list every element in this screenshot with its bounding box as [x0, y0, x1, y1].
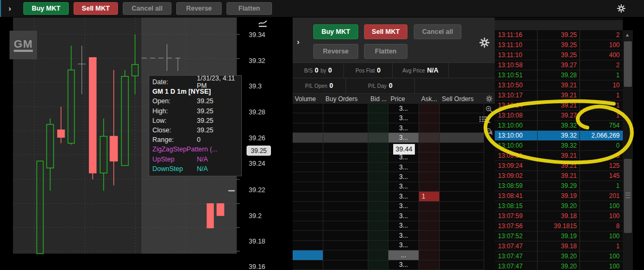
- volume-cell[interactable]: [293, 123, 323, 132]
- tns-row[interactable]: 13:10:5139.281: [495, 70, 623, 80]
- ladder-col-header[interactable]: Sell Orders: [440, 95, 484, 103]
- price-cell[interactable]: 3...: [388, 211, 419, 220]
- buy-orders-cell[interactable]: [323, 260, 368, 269]
- sell-orders-cell[interactable]: [440, 182, 484, 191]
- sell-orders-cell[interactable]: [440, 231, 484, 240]
- price-cell[interactable]: 3...: [388, 104, 419, 113]
- buy-orders-cell[interactable]: [323, 250, 368, 259]
- sell-orders-cell[interactable]: [440, 113, 484, 122]
- buy-orders-cell[interactable]: [323, 211, 368, 220]
- sell-orders-cell[interactable]: [440, 211, 484, 220]
- buy-orders-cell[interactable]: [323, 202, 368, 211]
- price-cell[interactable]: 3...: [388, 123, 419, 132]
- scrollbar-thumb[interactable]: [624, 41, 632, 87]
- sell-orders-cell[interactable]: [440, 152, 484, 161]
- ask-cell[interactable]: [419, 211, 440, 220]
- ladder-row[interactable]: 3...: [293, 113, 484, 123]
- panel-collapse-chevron-icon[interactable]: ›: [297, 38, 300, 46]
- buy-orders-cell[interactable]: [323, 172, 368, 181]
- cancel-all-button[interactable]: Cancel all: [123, 2, 171, 15]
- buy-orders-cell[interactable]: [323, 231, 368, 240]
- tns-row[interactable]: 13:07:4739.20100: [495, 262, 623, 270]
- buy-orders-cell[interactable]: [323, 133, 368, 142]
- volume-cell[interactable]: [293, 192, 323, 201]
- buy-mkt-button[interactable]: Buy MKT: [313, 24, 358, 39]
- zoom-in-icon[interactable]: [485, 105, 493, 113]
- ask-cell[interactable]: [419, 202, 440, 211]
- tns-row-selected[interactable]: 13:10:0039.322,066,269: [495, 131, 623, 141]
- ladder-row[interactable]: 3...: [293, 152, 484, 162]
- price-cell[interactable]: 3...: [388, 182, 419, 191]
- sell-orders-cell[interactable]: [440, 133, 484, 142]
- volume-cell[interactable]: [293, 231, 323, 240]
- bid-cell[interactable]: [368, 260, 388, 269]
- tns-row[interactable]: 13:11:1039.25400: [495, 50, 623, 60]
- tns-row[interactable]: 13:09:0239.21145: [495, 171, 623, 181]
- ask-cell[interactable]: [419, 250, 440, 259]
- bid-cell[interactable]: [368, 104, 388, 113]
- bid-cell[interactable]: [368, 143, 388, 152]
- tns-row[interactable]: 13:10:5839.272: [495, 60, 623, 70]
- tns-row[interactable]: 13:07:4739.20100: [495, 251, 623, 262]
- ladder-row[interactable]: 3...: [293, 221, 484, 231]
- price-scale-icon[interactable]: [258, 20, 268, 28]
- ask-cell[interactable]: [419, 113, 440, 122]
- ladder-row[interactable]: 3...: [293, 202, 484, 211]
- volume-cell[interactable]: [293, 143, 323, 152]
- ask-cell[interactable]: [419, 143, 440, 152]
- buy-orders-cell[interactable]: [323, 241, 368, 250]
- tns-row[interactable]: 13:10:0839.271: [495, 111, 623, 121]
- ladder-col-header[interactable]: Volume: [293, 95, 323, 103]
- volume-cell[interactable]: [293, 113, 323, 122]
- price-cell[interactable]: 3...: [388, 221, 419, 230]
- gear-icon[interactable]: [617, 4, 625, 13]
- buy-orders-cell[interactable]: [323, 152, 368, 161]
- ask-cell[interactable]: [419, 152, 440, 161]
- volume-cell[interactable]: [293, 163, 323, 172]
- price-cell[interactable]: ...: [388, 250, 419, 259]
- sell-orders-cell[interactable]: [440, 202, 484, 211]
- buy-orders-cell[interactable]: [323, 104, 368, 113]
- bid-cell[interactable]: [368, 133, 388, 142]
- sell-orders-cell[interactable]: [440, 104, 484, 113]
- tns-row[interactable]: 13:10:0039.320: [495, 141, 623, 151]
- volume-cell[interactable]: [293, 172, 323, 181]
- ask-cell[interactable]: [419, 260, 440, 269]
- ask-cell[interactable]: [419, 182, 440, 191]
- buy-orders-cell[interactable]: [323, 182, 368, 191]
- buy-orders-cell[interactable]: [323, 143, 368, 152]
- price-cell[interactable]: 3...: [388, 133, 419, 142]
- sell-mkt-button[interactable]: Sell MKT: [74, 2, 118, 15]
- ladder-row[interactable]: 3...: [293, 104, 484, 113]
- price-cell[interactable]: 3...: [388, 260, 419, 269]
- bid-cell[interactable]: [368, 241, 388, 250]
- ask-cell[interactable]: [419, 123, 440, 132]
- price-cell[interactable]: 3...: [388, 192, 419, 201]
- sell-orders-cell[interactable]: [440, 260, 484, 269]
- ladder-row[interactable]: ...: [293, 250, 484, 260]
- bid-cell[interactable]: [368, 211, 388, 220]
- tns-row[interactable]: 13:08:1539.20100: [495, 201, 623, 211]
- bid-cell[interactable]: [368, 152, 388, 161]
- ladder-row[interactable]: 3...: [293, 163, 484, 172]
- ask-cell[interactable]: [419, 133, 440, 142]
- price-cell[interactable]: 3...: [388, 172, 419, 181]
- tns-row[interactable]: 13:08:5939.291: [495, 181, 623, 191]
- bid-cell[interactable]: [368, 202, 388, 211]
- splitter-handle[interactable]: [624, 159, 632, 233]
- price-cell[interactable]: 3...: [388, 113, 419, 122]
- volume-cell[interactable]: [293, 152, 323, 161]
- volume-cell[interactable]: [293, 133, 323, 142]
- tns-row[interactable]: 13:11:1639.252: [495, 30, 623, 40]
- gear-icon[interactable]: [486, 95, 493, 102]
- ladder-row[interactable]: 3...: [293, 172, 484, 182]
- sell-mkt-button[interactable]: Sell MKT: [364, 24, 407, 39]
- reverse-button[interactable]: Reverse: [176, 2, 222, 15]
- scroll-up-icon[interactable]: ▲: [625, 32, 630, 38]
- sell-orders-cell[interactable]: [440, 163, 484, 172]
- sell-orders-cell[interactable]: [440, 241, 484, 250]
- bid-cell[interactable]: [368, 172, 388, 181]
- bid-cell[interactable]: [368, 113, 388, 122]
- volume-cell[interactable]: [293, 250, 323, 259]
- ladder-col-header[interactable]: Bid ...: [368, 95, 388, 103]
